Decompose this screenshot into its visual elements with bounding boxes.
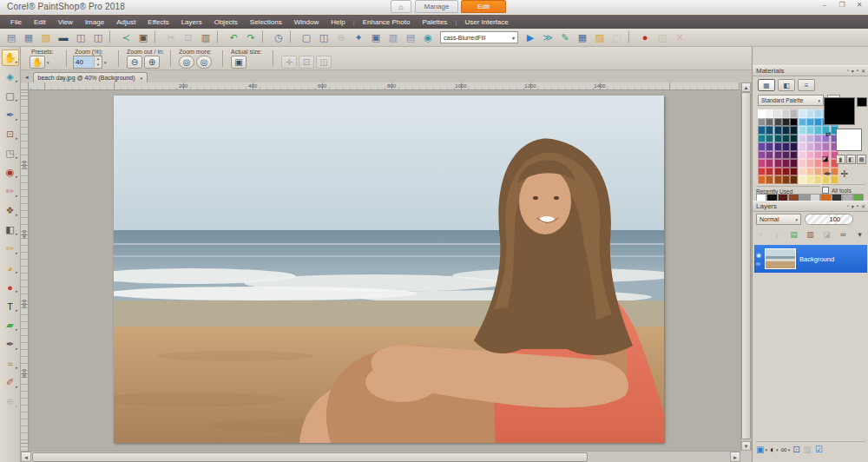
color-swatch[interactable] — [790, 109, 798, 118]
dropper-tool[interactable]: ✒ ▸ — [2, 107, 19, 123]
selection-tool[interactable]: ▢ ▸ — [2, 88, 19, 104]
color-swatch[interactable] — [814, 109, 822, 118]
color-swatch[interactable] — [774, 168, 782, 176]
color-swatch[interactable] — [766, 175, 773, 184]
save-as-icon[interactable]: ◫ — [90, 30, 106, 45]
mask-layer-icon[interactable]: ◪ — [820, 228, 833, 241]
undo-icon[interactable]: ↶ — [226, 30, 241, 45]
red-eye-tool[interactable]: ◉ ▸ — [2, 164, 19, 181]
straighten-tool[interactable]: ◳ ▸ — [2, 145, 19, 162]
menu-item[interactable]: | — [352, 16, 356, 28]
palette-header-icon[interactable]: ✕ — [861, 203, 865, 209]
image-preview-icon[interactable]: ▣ — [368, 30, 384, 45]
background-color-swatch[interactable] — [836, 129, 862, 151]
materials-tab-frame[interactable]: ▦ — [758, 79, 775, 91]
color-swatch[interactable] — [782, 135, 790, 143]
color-swatch[interactable] — [799, 159, 806, 168]
color-swatch[interactable] — [782, 151, 790, 160]
color-swatch[interactable] — [782, 118, 790, 127]
color-swatch[interactable] — [758, 175, 766, 184]
cancel-script-icon[interactable]: ✕ — [672, 30, 687, 45]
menu-item[interactable]: | — [454, 16, 457, 28]
color-swatch[interactable] — [799, 109, 806, 118]
foreground-mini-swatch[interactable] — [857, 97, 867, 107]
print-icon[interactable]: ▣ — [135, 30, 151, 45]
color-swatch[interactable] — [766, 168, 773, 176]
color-swatch[interactable] — [782, 159, 790, 168]
color-swatch[interactable] — [799, 118, 806, 127]
color-swatch[interactable] — [766, 118, 773, 127]
palette-header-icon[interactable]: ▾ — [852, 203, 854, 209]
scroll-down-icon[interactable]: ▼ — [741, 441, 751, 451]
fill-tool[interactable]: ◕ ▸ — [2, 260, 19, 276]
menu-item[interactable]: Enhance Photo — [358, 16, 416, 28]
color-swatch[interactable] — [774, 175, 782, 184]
color-swatch[interactable] — [822, 142, 830, 151]
foreground-color-swatch[interactable] — [824, 97, 855, 125]
color-swatch[interactable] — [790, 159, 798, 168]
link-layers-icon[interactable]: ∞ — [837, 228, 850, 241]
dropper-icon[interactable]: ✒ — [824, 168, 832, 180]
color-swatch[interactable] — [774, 135, 782, 143]
move-icon[interactable]: ✛ — [840, 168, 848, 180]
color-swatch[interactable] — [774, 159, 782, 168]
color-swatch[interactable] — [799, 126, 806, 135]
zoom-more-out-button[interactable]: ◎ — [179, 56, 194, 69]
minimize-button[interactable]: – — [819, 1, 830, 9]
window-new-icon[interactable]: ▢ — [299, 30, 314, 45]
home-button[interactable]: ⌂ — [391, 0, 411, 13]
new-layer-icon[interactable]: ▤ — [787, 228, 800, 241]
fit-window-button[interactable]: ⊡ — [299, 56, 314, 69]
workspace-tab-edit[interactable]: Edit — [461, 0, 506, 13]
run-selected-icon[interactable]: ≫ — [540, 30, 556, 45]
restore-button[interactable]: ❐ — [837, 1, 847, 9]
redo-icon[interactable]: ↷ — [243, 30, 259, 45]
text-tool[interactable]: T ▸ — [2, 298, 19, 314]
paint-brush-tool[interactable]: ✏ ▸ — [2, 241, 19, 257]
vertical-scrollbar[interactable]: ▲ ▼ — [740, 82, 751, 451]
separator[interactable] — [628, 30, 634, 43]
delete-layer-icon[interactable]: ▥ — [804, 228, 817, 241]
copy-icon[interactable]: ⊡ — [181, 30, 196, 45]
color-swatch[interactable] — [799, 135, 806, 143]
palette-header-icon[interactable]: ▪ — [857, 68, 858, 74]
tab-scroll-left-icon[interactable]: ◂ — [23, 74, 31, 82]
color-swatch[interactable] — [814, 151, 822, 160]
zoom-spinner[interactable]: 40 ▲▼ — [73, 56, 102, 69]
color-swatch[interactable] — [782, 168, 790, 176]
color-swatch[interactable] — [814, 159, 822, 168]
color-swatch[interactable] — [814, 142, 822, 151]
selection-edit-icon[interactable]: ⊡ — [792, 445, 800, 454]
materials-tab-rainbow[interactable]: ◧ — [778, 79, 795, 91]
copy-special-icon[interactable]: ▥ — [385, 30, 401, 45]
color-swatch[interactable] — [758, 118, 766, 127]
color-swatch[interactable] — [782, 175, 790, 184]
zoom-value[interactable]: 40 — [74, 56, 94, 68]
document-tab[interactable]: beach day.jpg @ 40% (Background) ▾ — [33, 72, 148, 82]
color-swatch[interactable] — [790, 126, 798, 135]
color-swatch[interactable] — [782, 126, 790, 135]
separator[interactable] — [290, 30, 295, 43]
color-swatch[interactable] — [766, 159, 773, 168]
menu-item[interactable]: Objects — [209, 16, 243, 28]
photo-canvas[interactable] — [114, 96, 664, 443]
material-style-button[interactable]: ◧ — [846, 155, 856, 164]
color-swatch[interactable] — [806, 135, 814, 143]
color-swatch[interactable] — [790, 135, 798, 143]
menu-item[interactable]: User Interface — [459, 16, 513, 28]
palette-header-icon[interactable]: ▫ — [847, 203, 849, 209]
warp-brush-tool[interactable]: ≈ ▸ — [2, 355, 19, 372]
color-swatch[interactable] — [790, 118, 798, 127]
color-swatch[interactable] — [758, 126, 766, 135]
close-button[interactable]: ✕ — [854, 1, 865, 9]
menu-item[interactable]: Window — [289, 16, 324, 28]
script-blank-icon[interactable]: ▢ — [609, 30, 625, 45]
menu-item[interactable]: Image — [80, 16, 109, 28]
script-output-icon[interactable]: ▦ — [575, 30, 590, 45]
color-swatch[interactable] — [758, 168, 766, 176]
actual-size-button[interactable]: ▣ — [231, 56, 247, 69]
horizontal-scroll-thumb[interactable] — [32, 452, 588, 462]
palette-dropdown[interactable]: Standard Palette ▾ — [758, 95, 824, 106]
material-style-button[interactable]: ▮ — [836, 155, 845, 164]
zoom-more-in-button[interactable]: ◎ — [196, 56, 212, 69]
